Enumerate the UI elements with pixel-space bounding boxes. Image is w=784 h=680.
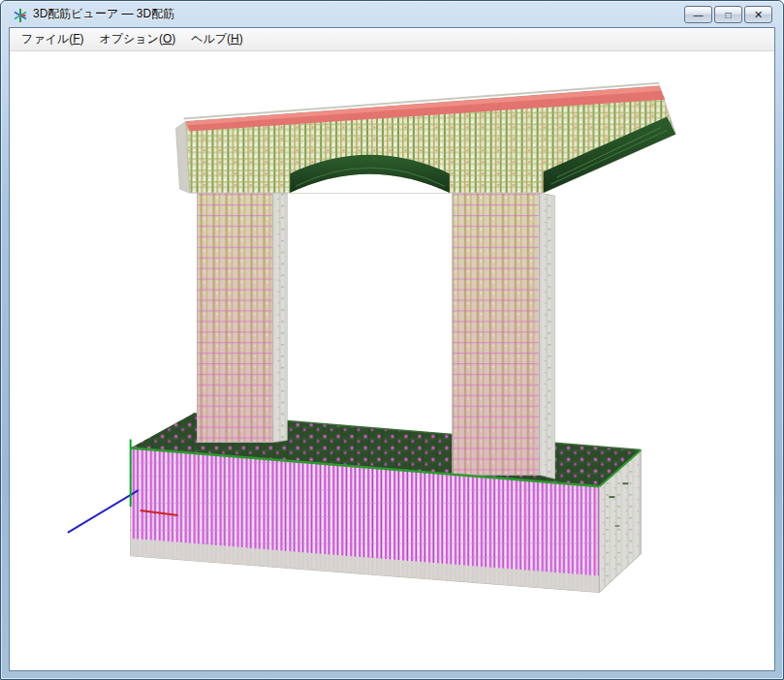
model-right-column	[453, 191, 555, 479]
maximize-icon: □	[725, 10, 731, 20]
maximize-button[interactable]: □	[714, 6, 742, 23]
app-icon	[13, 8, 28, 23]
close-icon: ✕	[754, 9, 763, 20]
window-controls: — □ ✕	[684, 6, 772, 23]
titlebar[interactable]: 3D配筋ビューア — 3D配筋 — □ ✕	[9, 1, 775, 27]
window-client-area: ファイル(F) オプション(O) ヘルプ(H)	[9, 27, 775, 671]
minimize-icon: —	[694, 10, 704, 20]
model-cap-beam	[176, 83, 676, 193]
menu-item-options[interactable]: オプション(O)	[91, 28, 183, 50]
app-window: 3D配筋ビューア — 3D配筋 — □ ✕ ファイル(F) オプション(O) ヘ…	[0, 0, 784, 680]
minimize-button[interactable]: —	[684, 6, 712, 23]
menubar: ファイル(F) オプション(O) ヘルプ(H)	[10, 28, 774, 51]
window-title: 3D配筋ビューア — 3D配筋	[33, 6, 174, 22]
menu-item-help[interactable]: ヘルプ(H)	[183, 28, 251, 50]
axis-z-blue	[68, 490, 139, 533]
rebar-model-scene	[10, 51, 774, 670]
menu-item-file[interactable]: ファイル(F)	[14, 28, 91, 50]
model-left-column	[198, 186, 288, 442]
close-button[interactable]: ✕	[744, 6, 772, 23]
viewport-3d[interactable]	[10, 51, 774, 670]
